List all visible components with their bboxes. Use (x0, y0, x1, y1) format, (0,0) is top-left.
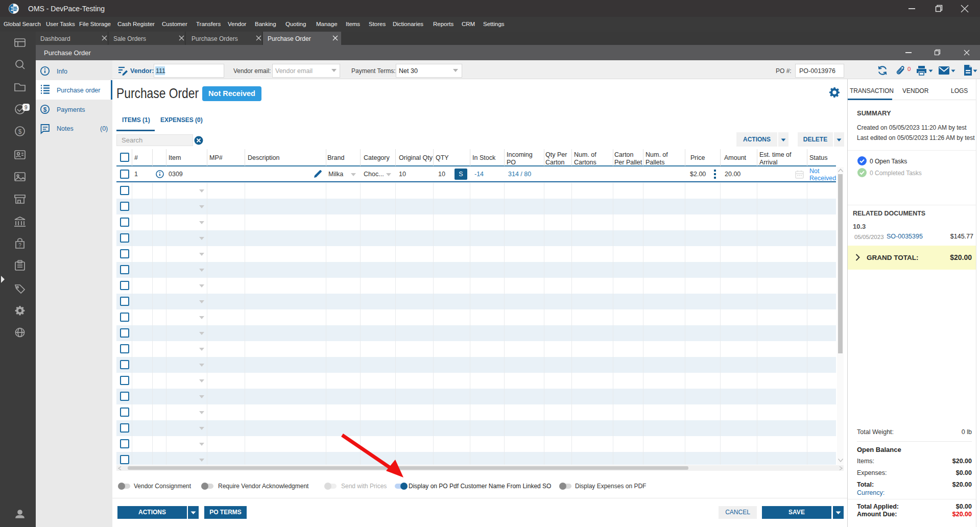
svg-text:$: $ (18, 128, 22, 135)
svg-text:$: $ (43, 106, 47, 113)
svg-text:?: ? (18, 243, 21, 248)
